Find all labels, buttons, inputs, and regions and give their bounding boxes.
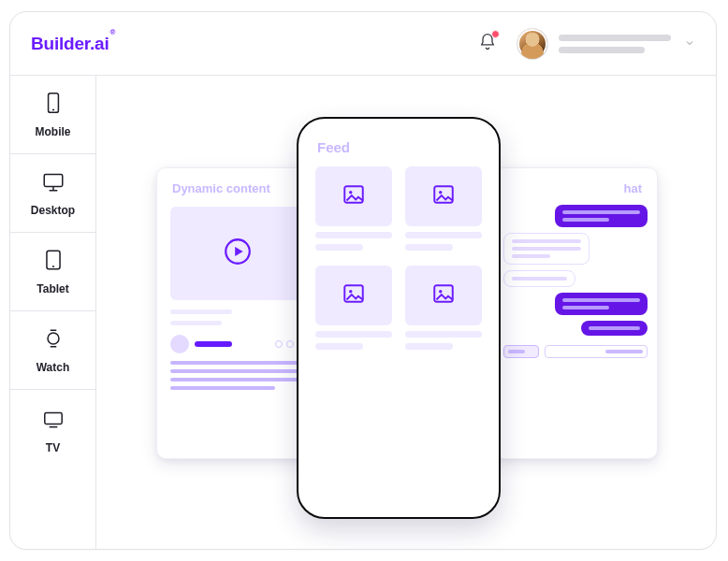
- svg-point-12: [349, 191, 352, 194]
- panel-chat[interactable]: hat: [493, 167, 658, 459]
- feed-grid: [298, 166, 499, 350]
- chat-input[interactable]: [545, 345, 648, 358]
- image-placeholder: [405, 266, 482, 325]
- user-sub-placeholder: [559, 47, 645, 53]
- panel-dynamic-content[interactable]: Dynamic content: [156, 167, 319, 459]
- placeholder-bar: [405, 232, 482, 238]
- panel-title: Feed: [298, 119, 499, 166]
- tablet-icon: [41, 248, 66, 275]
- sidebar-item-mobile[interactable]: Mobile: [10, 76, 95, 154]
- placeholder-bar: [315, 232, 392, 238]
- bell-icon: [478, 38, 497, 54]
- svg-point-16: [349, 290, 352, 293]
- user-name-placeholder: [559, 35, 671, 41]
- image-icon: [342, 182, 366, 210]
- paragraph-placeholder: [157, 359, 318, 390]
- sidebar-item-watch[interactable]: Watch: [10, 311, 95, 390]
- canvas: Dynamic content hat: [96, 76, 716, 549]
- header-bar: Builder.ai®: [10, 12, 716, 76]
- brand-logo[interactable]: Builder.ai®: [31, 34, 114, 54]
- image-placeholder: [315, 266, 392, 325]
- sidebar-item-label: Desktop: [31, 204, 75, 217]
- watch-icon: [41, 326, 66, 353]
- svg-rect-2: [44, 174, 63, 186]
- image-placeholder: [405, 166, 482, 226]
- image-icon: [342, 281, 366, 309]
- placeholder-bar: [405, 244, 453, 251]
- sidebar-item-label: Watch: [36, 361, 70, 374]
- svg-point-7: [48, 333, 59, 344]
- desktop-icon: [41, 169, 66, 196]
- chat-action-chip[interactable]: [503, 345, 539, 358]
- placeholder-bar: [405, 331, 482, 338]
- author-name-placeholder: [195, 341, 232, 347]
- chat-bubble-sent: [555, 293, 648, 315]
- feed-card[interactable]: [315, 266, 392, 350]
- placeholder-bar: [405, 343, 453, 350]
- panel-title: Dynamic content: [157, 168, 318, 205]
- placeholder-bar: [315, 343, 363, 350]
- panel-title: hat: [494, 168, 657, 205]
- feed-card[interactable]: [405, 266, 482, 350]
- chat-bubble-received: [503, 233, 590, 265]
- sidebar-item-label: TV: [46, 441, 60, 454]
- placeholder-bar: [170, 309, 232, 314]
- brand-logo-text: Builder.ai: [31, 34, 109, 53]
- text-placeholder-group: [157, 309, 318, 325]
- avatar-small: [170, 335, 189, 353]
- chat-thread: [494, 205, 657, 336]
- svg-point-14: [439, 191, 442, 194]
- avatar[interactable]: [517, 29, 547, 59]
- sidebar-item-label: Tablet: [36, 282, 68, 295]
- sidebar-item-tablet[interactable]: Tablet: [10, 233, 95, 311]
- user-menu-caret[interactable]: [684, 36, 695, 52]
- video-placeholder[interactable]: [170, 207, 305, 300]
- tv-icon: [41, 407, 66, 434]
- placeholder-line: [170, 361, 305, 365]
- sidebar-item-tv[interactable]: TV: [10, 390, 95, 549]
- placeholder-line: [170, 378, 305, 381]
- chat-input-row: [494, 336, 657, 358]
- notifications-button[interactable]: [478, 33, 497, 55]
- device-preview-mobile[interactable]: Feed: [297, 117, 501, 519]
- notification-indicator: [491, 30, 500, 38]
- chevron-down-icon: [684, 36, 695, 51]
- svg-point-18: [439, 290, 442, 293]
- brand-logo-mark: ®: [110, 28, 116, 36]
- chat-bubble-sent: [581, 321, 648, 336]
- sidebar-item-label: Mobile: [36, 125, 71, 138]
- chat-bubble-sent: [555, 205, 648, 227]
- device-sidebar: Mobile Desktop Tablet Watch TV: [10, 76, 96, 549]
- sidebar-item-desktop[interactable]: Desktop: [10, 154, 95, 233]
- placeholder-bar: [315, 244, 363, 251]
- image-icon: [431, 182, 456, 210]
- placeholder-bar: [315, 331, 392, 338]
- placeholder-line: [170, 369, 305, 373]
- placeholder-line: [170, 386, 275, 390]
- feed-card[interactable]: [405, 166, 482, 251]
- svg-rect-8: [44, 413, 61, 424]
- mobile-icon: [41, 91, 66, 118]
- play-icon: [222, 236, 254, 271]
- image-placeholder: [315, 166, 392, 226]
- author-row: [157, 325, 318, 359]
- image-icon: [431, 281, 456, 309]
- feed-card[interactable]: [315, 166, 392, 251]
- placeholder-bar: [170, 321, 222, 325]
- chat-bubble-received: [503, 270, 575, 287]
- app-window: Builder.ai® Mobile Desktop Tab: [9, 11, 717, 550]
- user-menu[interactable]: [559, 35, 671, 53]
